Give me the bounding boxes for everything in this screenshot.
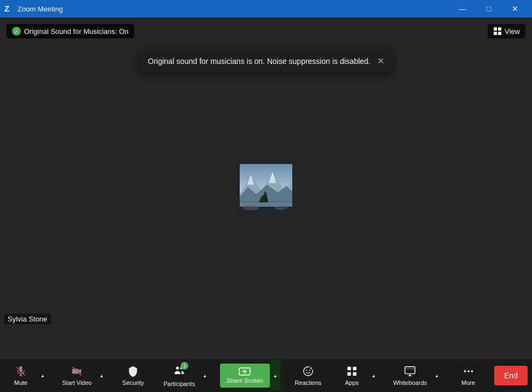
svg-point-43 [471, 370, 473, 372]
reactions-label: Reactions [294, 379, 321, 386]
participant-thumbnail [240, 164, 292, 213]
video-off-icon [71, 365, 83, 377]
more-label: More [461, 379, 475, 386]
svg-rect-1 [498, 27, 501, 31]
more-dots-icon [462, 365, 475, 377]
share-screen-group: Share Screen ▲ [220, 360, 281, 391]
svg-rect-0 [494, 27, 497, 31]
maximize-button[interactable]: □ [476, 0, 501, 17]
security-shield-icon: ✓ [12, 27, 21, 36]
original-sound-indicator[interactable]: ✓ Original Sound for Musicians: On [7, 24, 134, 38]
share-screen-icon [239, 367, 251, 376]
svg-rect-36 [353, 372, 356, 376]
svg-rect-37 [405, 367, 415, 374]
grid-view-icon [493, 27, 502, 36]
svg-rect-35 [348, 372, 351, 376]
security-shield-icon [127, 365, 139, 377]
apps-icon [346, 365, 358, 377]
title-bar: Z Zoom Meeting — □ ✕ [0, 0, 532, 17]
window-controls: — □ ✕ [450, 0, 528, 17]
video-group: Start Video ▲ [57, 360, 107, 391]
whiteboards-caret[interactable]: ▲ [431, 360, 442, 391]
video-label: Start Video [62, 379, 91, 386]
mute-mic-icon [15, 365, 27, 377]
participants-count-badge: 1 [181, 362, 188, 370]
svg-point-17 [274, 206, 287, 210]
svg-rect-33 [348, 367, 351, 370]
minimize-button[interactable]: — [450, 0, 475, 17]
toast-close-button[interactable]: ✕ [377, 57, 384, 66]
window-title: Zoom Meeting [18, 5, 63, 13]
indicator-text: Original Sound for Musicians: On [24, 27, 129, 36]
share-screen-button[interactable]: Share Screen [220, 364, 270, 388]
svg-rect-2 [494, 32, 497, 35]
whiteboard-icon [404, 365, 416, 377]
participants-label: Participants [164, 381, 195, 387]
mute-group: Mute ▲ [4, 360, 48, 391]
svg-rect-3 [498, 32, 501, 35]
mute-caret[interactable]: ▲ [37, 360, 48, 391]
zoom-logo-icon: Z [4, 4, 14, 14]
svg-rect-34 [353, 367, 356, 370]
mute-button[interactable]: Mute [4, 360, 37, 391]
security-label: Security [122, 379, 144, 386]
participants-button[interactable]: 1 Participants [159, 360, 199, 391]
svg-rect-10 [240, 202, 292, 204]
svg-point-28 [306, 370, 307, 371]
video-caret[interactable]: ▲ [96, 360, 107, 391]
svg-point-41 [464, 370, 466, 372]
end-meeting-button[interactable]: End [494, 366, 528, 385]
security-button[interactable]: Security [117, 360, 149, 391]
view-label: View [505, 27, 520, 36]
start-video-button[interactable]: Start Video [57, 360, 96, 391]
participants-caret[interactable]: ▲ [199, 360, 210, 391]
share-screen-caret[interactable]: ▲ [270, 360, 281, 391]
view-button[interactable]: View [488, 24, 525, 38]
mute-label: Mute [14, 379, 27, 386]
main-meeting-area: ✓ Original Sound for Musicians: On View … [0, 17, 532, 359]
whiteboards-label: Whiteboards [393, 379, 427, 386]
apps-caret[interactable]: ▲ [368, 360, 379, 391]
share-screen-label: Share Screen [227, 377, 263, 384]
participants-group: 1 Participants ▲ [159, 360, 210, 391]
reactions-emoji-icon [302, 365, 314, 377]
apps-button[interactable]: Apps [336, 360, 368, 391]
mountain-background [240, 164, 292, 213]
toast-message: Original sound for musicians is on. Nois… [148, 57, 371, 66]
apps-label: Apps [345, 379, 358, 386]
svg-point-42 [467, 370, 470, 372]
more-button[interactable]: More [452, 360, 485, 391]
participant-name-label: Sylvia Stone [4, 314, 50, 324]
close-button[interactable]: ✕ [502, 0, 528, 17]
whiteboards-group: Whiteboards ▲ [389, 360, 442, 391]
mountain-scene-svg [240, 164, 292, 213]
notification-toast: Original sound for musicians is on. Nois… [139, 50, 393, 72]
reactions-button[interactable]: Reactions [290, 360, 326, 391]
meeting-toolbar: Mute ▲ Start Video ▲ Security [0, 359, 532, 392]
svg-point-16 [242, 205, 259, 210]
svg-point-24 [176, 367, 180, 370]
whiteboards-button[interactable]: Whiteboards [389, 360, 431, 391]
apps-group: Apps ▲ [336, 360, 379, 391]
title-left: Z Zoom Meeting [4, 4, 63, 14]
